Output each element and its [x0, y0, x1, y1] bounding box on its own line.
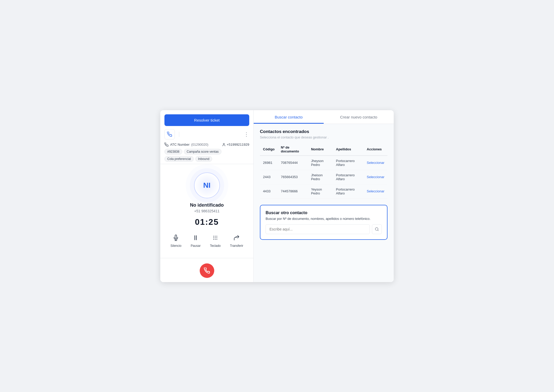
- tabs-bar: Buscar contacto Crear nuevo contacto: [254, 110, 394, 124]
- mute-button[interactable]: Silencio: [170, 233, 181, 248]
- contacts-table: Código Nº de documento Nombre Apellidos …: [260, 143, 387, 199]
- call-controls: Silencio Pausar: [170, 233, 243, 248]
- search-other-subtitle: Buscar por Nº de documento, nombres, ape…: [266, 217, 382, 221]
- svg-point-8: [213, 237, 214, 238]
- search-icon: [375, 227, 379, 231]
- col-header-name: Nombre: [308, 143, 333, 156]
- select-contact-link-0[interactable]: Seleccionar: [367, 161, 384, 165]
- call-info: ATC Number (01290020) +51999211929 #9238…: [160, 143, 253, 164]
- select-contact-link-1[interactable]: Seleccionar: [367, 175, 384, 179]
- caller-phone: +51 986325411: [194, 209, 220, 213]
- cell-code: 2443: [260, 170, 278, 184]
- atc-label: ATC Number (01290020): [164, 143, 208, 147]
- end-call-icon: [204, 268, 210, 274]
- transfer-button[interactable]: Transferir: [230, 233, 243, 248]
- svg-point-10: [217, 237, 217, 238]
- col-header-code: Código: [260, 143, 278, 156]
- cell-surname: Portocarrero Alfaro: [333, 156, 364, 170]
- select-contact-link-2[interactable]: Seleccionar: [367, 189, 384, 193]
- cell-code: 26981: [260, 156, 278, 170]
- contacts-found-subtitle: Selecciona el contacto que deseas gestio…: [260, 135, 387, 139]
- tag-ticket: #923838: [164, 149, 182, 155]
- call-timer: 01:25: [195, 217, 219, 227]
- cell-name: Jheyson Pedro: [308, 156, 333, 170]
- svg-point-6: [215, 236, 216, 236]
- phone-wave-icon: [167, 132, 172, 137]
- search-other-card: Buscar otro contacto Buscar por Nº de do…: [260, 205, 387, 240]
- svg-point-12: [215, 239, 216, 240]
- caller-number-display: +51999211929: [222, 143, 249, 146]
- cell-action: Seleccionar: [364, 184, 387, 198]
- phone-icon: [164, 143, 169, 147]
- right-content: Contactos encontrados Selecciona el cont…: [254, 124, 394, 282]
- svg-point-9: [215, 237, 216, 238]
- tags-row: #923838 Campaña score ventas Cola prefer…: [164, 149, 249, 162]
- end-call-button[interactable]: [200, 263, 214, 278]
- search-contact-input[interactable]: [266, 224, 370, 234]
- person-icon: [222, 143, 226, 146]
- cell-action: Seleccionar: [364, 156, 387, 170]
- more-options-button[interactable]: ⋮: [244, 131, 249, 137]
- left-panel: Resolver ticket ⋮ ATC Number (: [160, 110, 254, 282]
- cell-code: 4433: [260, 184, 278, 198]
- contacts-found-title: Contactos encontrados: [260, 129, 387, 134]
- right-panel: Buscar contacto Crear nuevo contacto Con…: [254, 110, 394, 282]
- avatar-ring: NI: [194, 172, 220, 198]
- tag-inbound: Inbound: [195, 156, 212, 162]
- col-header-doc: Nº de documento: [278, 143, 308, 156]
- svg-point-11: [213, 239, 214, 240]
- col-header-surname: Apellidos: [333, 143, 364, 156]
- tag-campaign: Campaña score ventas: [184, 149, 221, 155]
- cell-name: Jheison Pedro: [308, 170, 333, 184]
- cell-name: Yeyson Pedro: [308, 184, 333, 198]
- keypad-button[interactable]: Teclado: [210, 233, 220, 248]
- caller-name: No identificado: [190, 202, 224, 208]
- cell-doc: 744578666: [278, 184, 308, 198]
- tag-queue: Cola preferencial: [164, 156, 194, 162]
- resolve-ticket-button[interactable]: Resolver ticket: [164, 114, 249, 126]
- table-row: 4433 744578666 Yeyson Pedro Portocarrero…: [260, 184, 387, 198]
- tab-create-contact[interactable]: Crear nuevo contacto: [324, 110, 394, 124]
- cell-surname: Portocarrero Alfaro: [333, 184, 364, 198]
- phone-icon-button[interactable]: [164, 129, 175, 139]
- search-other-title: Buscar otro contacto: [266, 211, 382, 215]
- pause-icon: [191, 233, 200, 242]
- table-row: 26981 708765444 Jheyson Pedro Portocarre…: [260, 156, 387, 170]
- search-contact-button[interactable]: [372, 224, 382, 234]
- avatar-area: NI No identificado +51 986325411 01:25 S…: [160, 164, 253, 258]
- top-bar: ⋮: [160, 129, 253, 143]
- keypad-icon: [211, 233, 220, 242]
- tab-search-contact[interactable]: Buscar contacto: [254, 110, 324, 124]
- table-row: 2443 765664353 Jheison Pedro Portocarrer…: [260, 170, 387, 184]
- svg-point-7: [217, 236, 217, 236]
- cell-surname: Portocarrero Alfaro: [333, 170, 364, 184]
- end-call-area: [160, 258, 253, 282]
- cell-doc: 765664353: [278, 170, 308, 184]
- microphone-icon: [171, 233, 181, 242]
- svg-point-0: [223, 143, 225, 144]
- svg-point-13: [217, 239, 217, 240]
- avatar-initials: NI: [203, 181, 211, 190]
- col-header-actions: Acciones: [364, 143, 387, 156]
- svg-line-16: [378, 230, 378, 231]
- pause-button[interactable]: Pausar: [191, 233, 200, 248]
- transfer-icon: [232, 233, 241, 242]
- divider: [179, 132, 179, 137]
- cell-action: Seleccionar: [364, 170, 387, 184]
- cell-doc: 708765444: [278, 156, 308, 170]
- svg-point-5: [213, 236, 214, 236]
- search-input-row: [266, 224, 382, 234]
